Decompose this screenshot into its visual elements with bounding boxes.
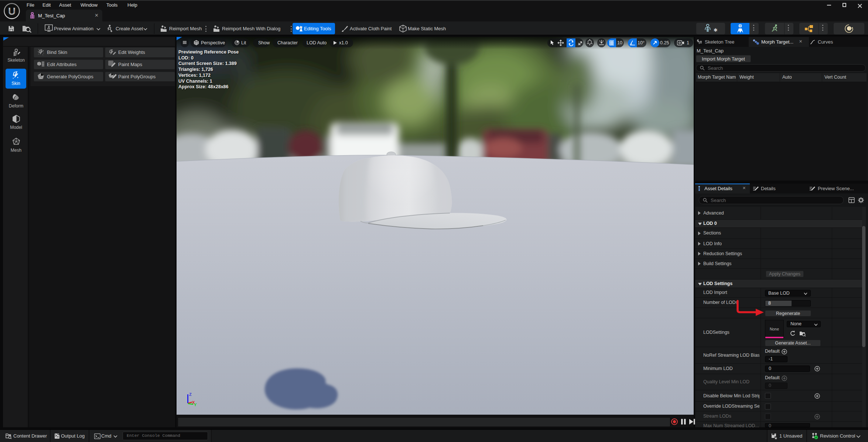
svg-text:Y: Y: [194, 402, 197, 407]
svg-text:U: U: [8, 6, 16, 17]
svg-text:Z: Z: [189, 392, 192, 397]
